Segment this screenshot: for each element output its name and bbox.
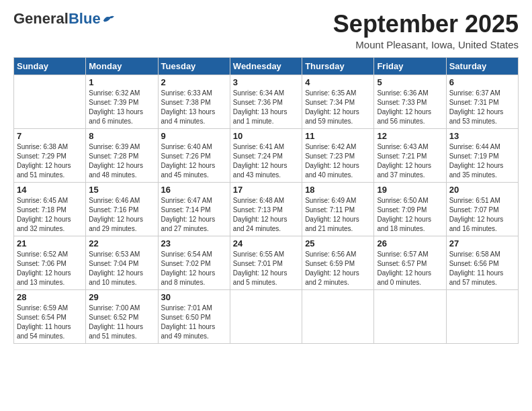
day-info: Sunrise: 6:55 AM Sunset: 7:01 PM Dayligh… <box>233 250 299 287</box>
day-number: 2 <box>161 77 227 87</box>
day-number: 18 <box>305 185 371 195</box>
day-number: 15 <box>89 185 154 195</box>
logo-text: GeneralBlue <box>13 11 101 27</box>
day-number: 14 <box>17 185 83 195</box>
day-number: 3 <box>233 77 299 87</box>
day-number: 29 <box>89 292 154 302</box>
table-row: 26Sunrise: 6:57 AM Sunset: 6:57 PM Dayli… <box>374 236 446 289</box>
table-row: 21Sunrise: 6:52 AM Sunset: 7:06 PM Dayli… <box>14 236 86 289</box>
page: GeneralBlue September 2025 Mount Pleasan… <box>0 0 532 411</box>
bird-icon <box>102 14 114 24</box>
day-info: Sunrise: 6:41 AM Sunset: 7:24 PM Dayligh… <box>233 142 299 180</box>
day-number: 30 <box>161 292 227 302</box>
day-info: Sunrise: 6:40 AM Sunset: 7:26 PM Dayligh… <box>161 142 227 180</box>
day-number: 17 <box>233 185 299 195</box>
day-info: Sunrise: 6:34 AM Sunset: 7:36 PM Dayligh… <box>233 89 299 126</box>
day-number: 8 <box>89 131 154 141</box>
table-row: 25Sunrise: 6:56 AM Sunset: 6:59 PM Dayli… <box>302 236 374 289</box>
day-number: 21 <box>17 238 83 248</box>
col-tuesday: Tuesday <box>158 57 230 75</box>
day-number: 26 <box>377 238 443 248</box>
title-block: September 2025 Mount Pleasant, Iowa, Uni… <box>333 11 519 50</box>
day-number: 20 <box>449 185 515 195</box>
table-row: 24Sunrise: 6:55 AM Sunset: 7:01 PM Dayli… <box>230 236 302 289</box>
day-number: 9 <box>161 131 227 141</box>
day-info: Sunrise: 6:37 AM Sunset: 7:31 PM Dayligh… <box>449 89 515 126</box>
day-info: Sunrise: 6:45 AM Sunset: 7:18 PM Dayligh… <box>17 196 83 234</box>
table-row <box>14 75 86 128</box>
day-info: Sunrise: 6:33 AM Sunset: 7:38 PM Dayligh… <box>161 89 227 126</box>
day-info: Sunrise: 6:46 AM Sunset: 7:16 PM Dayligh… <box>89 196 154 234</box>
calendar-header-row: Sunday Monday Tuesday Wednesday Thursday… <box>14 57 519 75</box>
day-info: Sunrise: 6:48 AM Sunset: 7:13 PM Dayligh… <box>233 196 299 234</box>
calendar-week-4: 21Sunrise: 6:52 AM Sunset: 7:06 PM Dayli… <box>14 236 519 289</box>
day-info: Sunrise: 7:01 AM Sunset: 6:50 PM Dayligh… <box>161 304 227 341</box>
table-row: 10Sunrise: 6:41 AM Sunset: 7:24 PM Dayli… <box>230 128 302 182</box>
table-row: 29Sunrise: 7:00 AM Sunset: 6:52 PM Dayli… <box>86 289 158 343</box>
table-row: 30Sunrise: 7:01 AM Sunset: 6:50 PM Dayli… <box>158 289 230 343</box>
day-number: 16 <box>161 185 227 195</box>
day-info: Sunrise: 6:35 AM Sunset: 7:34 PM Dayligh… <box>305 89 371 126</box>
calendar-week-3: 14Sunrise: 6:45 AM Sunset: 7:18 PM Dayli… <box>14 182 519 236</box>
day-number: 28 <box>17 292 83 302</box>
col-friday: Friday <box>374 57 446 75</box>
table-row: 28Sunrise: 6:59 AM Sunset: 6:54 PM Dayli… <box>14 289 86 343</box>
day-info: Sunrise: 6:44 AM Sunset: 7:19 PM Dayligh… <box>449 142 515 180</box>
col-sunday: Sunday <box>14 57 86 75</box>
day-info: Sunrise: 6:52 AM Sunset: 7:06 PM Dayligh… <box>17 250 83 287</box>
day-info: Sunrise: 6:49 AM Sunset: 7:11 PM Dayligh… <box>305 196 371 234</box>
table-row: 13Sunrise: 6:44 AM Sunset: 7:19 PM Dayli… <box>446 128 518 182</box>
day-number: 12 <box>377 131 443 141</box>
table-row: 8Sunrise: 6:39 AM Sunset: 7:28 PM Daylig… <box>86 128 158 182</box>
table-row: 4Sunrise: 6:35 AM Sunset: 7:34 PM Daylig… <box>302 75 374 128</box>
day-info: Sunrise: 6:54 AM Sunset: 7:02 PM Dayligh… <box>161 250 227 287</box>
table-row: 12Sunrise: 6:43 AM Sunset: 7:21 PM Dayli… <box>374 128 446 182</box>
table-row: 7Sunrise: 6:38 AM Sunset: 7:29 PM Daylig… <box>14 128 86 182</box>
day-number: 10 <box>233 131 299 141</box>
logo-blue: Blue <box>69 10 101 27</box>
table-row: 3Sunrise: 6:34 AM Sunset: 7:36 PM Daylig… <box>230 75 302 128</box>
day-info: Sunrise: 6:57 AM Sunset: 6:57 PM Dayligh… <box>377 250 443 287</box>
day-number: 1 <box>89 77 154 87</box>
table-row <box>374 289 446 343</box>
calendar-week-1: 1Sunrise: 6:32 AM Sunset: 7:39 PM Daylig… <box>14 75 519 128</box>
day-info: Sunrise: 6:38 AM Sunset: 7:29 PM Dayligh… <box>17 142 83 180</box>
table-row <box>302 289 374 343</box>
day-info: Sunrise: 6:53 AM Sunset: 7:04 PM Dayligh… <box>89 250 154 287</box>
day-info: Sunrise: 6:43 AM Sunset: 7:21 PM Dayligh… <box>377 142 443 180</box>
day-info: Sunrise: 6:50 AM Sunset: 7:09 PM Dayligh… <box>377 196 443 234</box>
day-number: 23 <box>161 238 227 248</box>
table-row: 9Sunrise: 6:40 AM Sunset: 7:26 PM Daylig… <box>158 128 230 182</box>
table-row: 23Sunrise: 6:54 AM Sunset: 7:02 PM Dayli… <box>158 236 230 289</box>
day-number: 24 <box>233 238 299 248</box>
table-row: 15Sunrise: 6:46 AM Sunset: 7:16 PM Dayli… <box>86 182 158 236</box>
day-number: 6 <box>449 77 515 87</box>
calendar-body: 1Sunrise: 6:32 AM Sunset: 7:39 PM Daylig… <box>14 75 519 343</box>
day-info: Sunrise: 6:36 AM Sunset: 7:33 PM Dayligh… <box>377 89 443 126</box>
day-info: Sunrise: 6:47 AM Sunset: 7:14 PM Dayligh… <box>161 196 227 234</box>
day-number: 4 <box>305 77 371 87</box>
table-row: 18Sunrise: 6:49 AM Sunset: 7:11 PM Dayli… <box>302 182 374 236</box>
day-number: 22 <box>89 238 154 248</box>
table-row: 17Sunrise: 6:48 AM Sunset: 7:13 PM Dayli… <box>230 182 302 236</box>
day-number: 19 <box>377 185 443 195</box>
table-row: 6Sunrise: 6:37 AM Sunset: 7:31 PM Daylig… <box>446 75 518 128</box>
calendar-week-2: 7Sunrise: 6:38 AM Sunset: 7:29 PM Daylig… <box>14 128 519 182</box>
day-info: Sunrise: 6:59 AM Sunset: 6:54 PM Dayligh… <box>17 304 83 341</box>
day-info: Sunrise: 6:32 AM Sunset: 7:39 PM Dayligh… <box>89 89 154 126</box>
table-row: 2Sunrise: 6:33 AM Sunset: 7:38 PM Daylig… <box>158 75 230 128</box>
calendar: Sunday Monday Tuesday Wednesday Thursday… <box>13 57 519 344</box>
calendar-week-5: 28Sunrise: 6:59 AM Sunset: 6:54 PM Dayli… <box>14 289 519 343</box>
day-number: 7 <box>17 131 83 141</box>
day-number: 25 <box>305 238 371 248</box>
day-number: 13 <box>449 131 515 141</box>
col-wednesday: Wednesday <box>230 57 302 75</box>
day-number: 5 <box>377 77 443 87</box>
logo: GeneralBlue <box>13 11 114 27</box>
table-row: 16Sunrise: 6:47 AM Sunset: 7:14 PM Dayli… <box>158 182 230 236</box>
table-row: 22Sunrise: 6:53 AM Sunset: 7:04 PM Dayli… <box>86 236 158 289</box>
table-row: 11Sunrise: 6:42 AM Sunset: 7:23 PM Dayli… <box>302 128 374 182</box>
col-monday: Monday <box>86 57 158 75</box>
col-saturday: Saturday <box>446 57 518 75</box>
table-row <box>230 289 302 343</box>
